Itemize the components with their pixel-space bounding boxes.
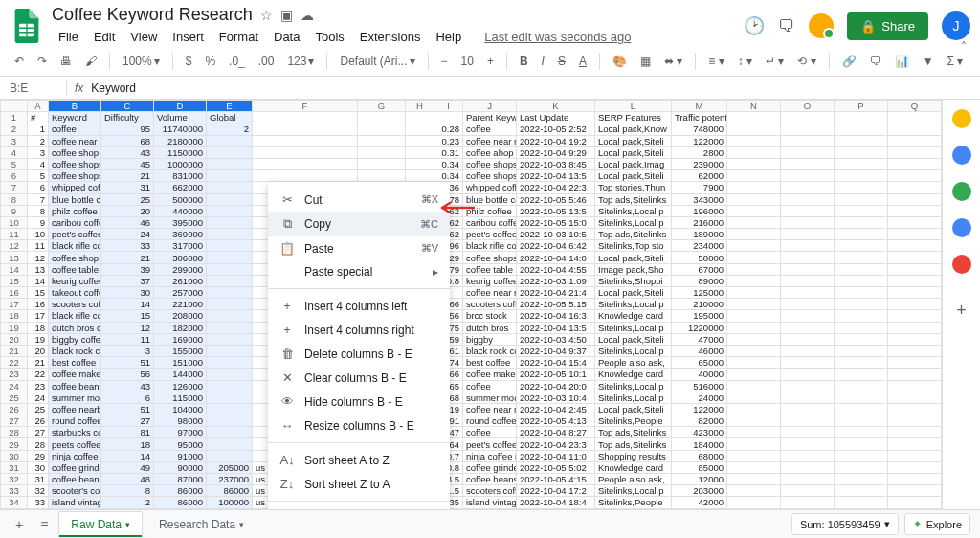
column-context-menu: ✂Cut⌘X ⧉Copy⌘C 📋Paste⌘V Paste special▸ +… [268, 182, 450, 509]
undo-button[interactable]: ↶ [10, 52, 29, 71]
menu-data[interactable]: Data [267, 27, 306, 47]
bold-button[interactable]: B [515, 52, 533, 71]
merge-button[interactable]: ⬌ ▾ [659, 52, 687, 71]
move-icon[interactable]: ▣ [280, 8, 293, 23]
menu-sort-za[interactable]: Z↓Sort sheet Z to A [268, 472, 450, 496]
maps-icon[interactable] [952, 255, 971, 274]
tasks-icon[interactable] [952, 182, 971, 201]
fill-color-button[interactable]: 🎨 [608, 52, 632, 71]
menu-edit[interactable]: Edit [87, 27, 122, 47]
filter-button[interactable]: ▼ [918, 52, 939, 71]
menu-copy[interactable]: ⧉Copy⌘C [268, 212, 450, 236]
name-box[interactable]: B:E [10, 81, 67, 95]
text-color-button[interactable]: A [574, 52, 591, 71]
menu-resize[interactable]: ↔Resize columns B - E [268, 414, 450, 437]
sheets-logo[interactable] [10, 9, 44, 43]
formula-input[interactable]: Keyword [91, 81, 970, 95]
print-button[interactable]: 🖶 [56, 52, 77, 71]
side-panel: + [942, 100, 980, 509]
menu-file[interactable]: File [52, 27, 85, 47]
menu-paste[interactable]: 📋Paste⌘V [268, 236, 450, 260]
last-edit-link[interactable]: Last edit was seconds ago [478, 27, 637, 47]
menu-tools[interactable]: Tools [308, 27, 350, 47]
formula-bar: B:E fx Keyword [0, 77, 980, 100]
redo-button[interactable]: ↷ [33, 52, 52, 71]
menu-insert-right[interactable]: +Insert 4 columns right [268, 318, 450, 342]
italic-button[interactable]: I [537, 52, 549, 71]
font-size-inc[interactable]: + [482, 52, 499, 71]
menu-clear[interactable]: ✕Clear columns B - E [268, 366, 450, 390]
menu-insert-left[interactable]: +Insert 4 columns left [268, 294, 450, 318]
toolbar: ↶ ↷ 🖶 🖌 100% ▾ $ % .0_ .00 123▾ Default … [0, 46, 980, 77]
font-select[interactable]: Default (Ari... ▾ [335, 52, 419, 71]
plus-icon: + [279, 299, 295, 313]
increase-decimal-button[interactable]: .00 [254, 52, 279, 71]
comment-button[interactable]: 🗨 [865, 52, 886, 71]
decrease-decimal-button[interactable]: .0_ [224, 52, 250, 71]
menu-view[interactable]: View [123, 27, 164, 47]
menu-sort-az[interactable]: A↓Sort sheet A to Z [268, 448, 450, 472]
font-size-dec[interactable]: − [436, 52, 453, 71]
percent-button[interactable]: % [200, 52, 220, 71]
chart-button[interactable]: 📊 [890, 52, 914, 71]
rotate-button[interactable]: ⟲ ▾ [792, 52, 820, 71]
spreadsheet-grid[interactable]: ABCDEFGHIJKLMNOPQRST1#KeywordDifficultyV… [0, 100, 942, 509]
lock-icon: 🔒 [860, 19, 876, 34]
menu-bar: FileEditViewInsertFormatDataToolsExtensi… [52, 27, 744, 47]
sort-za-icon: Z↓ [279, 477, 295, 491]
menu-cut[interactable]: ✂Cut⌘X [268, 188, 450, 212]
sort-az-icon: A↓ [279, 453, 295, 467]
h-align-button[interactable]: ≡ ▾ [703, 52, 728, 71]
clear-icon: ✕ [279, 370, 295, 385]
font-size-input[interactable]: 10 [457, 52, 479, 71]
currency-button[interactable]: $ [181, 52, 197, 71]
add-addon-button[interactable]: + [956, 301, 967, 321]
v-align-button[interactable]: ↕ ▾ [733, 52, 757, 71]
menu-paste-special[interactable]: Paste special▸ [268, 260, 450, 283]
menu-conditional[interactable]: ▤Conditional formatting [268, 506, 450, 509]
menu-delete[interactable]: 🗑Delete columns B - E [268, 342, 450, 366]
copy-icon: ⧉ [279, 216, 295, 232]
resize-icon: ↔ [279, 418, 295, 433]
borders-button[interactable]: ▦ [635, 52, 656, 71]
zoom-select[interactable]: 100% ▾ [118, 52, 165, 71]
menu-format[interactable]: Format [212, 27, 265, 47]
plus-icon: + [279, 323, 295, 337]
star-icon[interactable]: ☆ [260, 8, 273, 23]
strike-button[interactable]: S [553, 52, 570, 71]
paint-format-button[interactable]: 🖌 [80, 52, 101, 71]
fx-icon: fx [67, 81, 91, 95]
comment-icon[interactable]: 🗨 [778, 16, 795, 36]
trash-icon: 🗑 [279, 347, 295, 361]
wrap-button[interactable]: ↵ ▾ [761, 52, 789, 71]
contacts-icon[interactable] [952, 218, 971, 237]
doc-title[interactable]: Coffee Keyword Research [52, 5, 253, 25]
cut-icon: ✂ [279, 192, 295, 207]
cloud-icon[interactable]: ☁ [301, 8, 314, 23]
menu-insert[interactable]: Insert [166, 27, 211, 47]
history-icon[interactable]: 🕑 [744, 15, 765, 36]
account-avatar[interactable]: J [942, 11, 970, 40]
paste-icon: 📋 [279, 241, 295, 256]
calendar-icon[interactable] [952, 109, 971, 128]
menu-extensions[interactable]: Extensions [353, 27, 428, 47]
hide-icon: 👁 [279, 394, 295, 409]
link-button[interactable]: 🔗 [837, 52, 861, 71]
toolbar-collapse[interactable]: ˄ [961, 40, 967, 54]
functions-button[interactable]: Σ ▾ [943, 52, 969, 71]
share-button[interactable]: 🔒Share [847, 12, 928, 40]
share-label: Share [881, 19, 915, 34]
keep-icon[interactable] [952, 146, 971, 165]
more-formats-button[interactable]: 123▾ [282, 52, 319, 71]
menu-help[interactable]: Help [429, 27, 468, 47]
meet-presence[interactable] [809, 13, 834, 38]
menu-hide[interactable]: 👁Hide columns B - E [268, 390, 450, 414]
